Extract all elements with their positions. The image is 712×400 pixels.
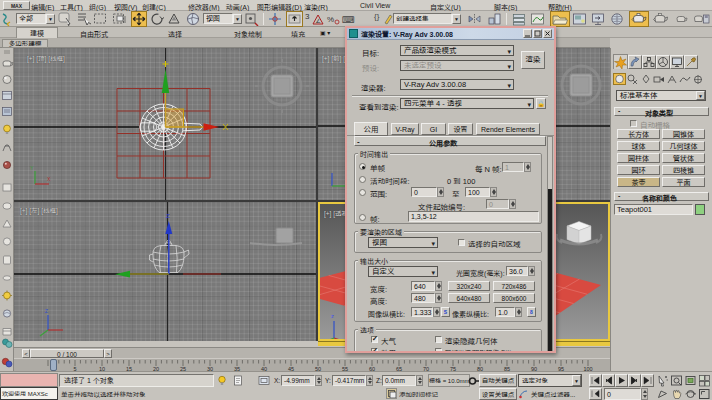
svg-text:X: X: [47, 176, 51, 182]
svg-text:∠: ∠: [316, 18, 321, 24]
svg-text:⌨: ⌨: [342, 15, 355, 25]
svg-text:%: %: [327, 15, 334, 24]
svg-text:Z: Z: [166, 213, 170, 219]
svg-text:z: z: [331, 313, 334, 319]
svg-text:Z: Z: [45, 308, 48, 314]
svg-text:Y: Y: [30, 165, 34, 171]
